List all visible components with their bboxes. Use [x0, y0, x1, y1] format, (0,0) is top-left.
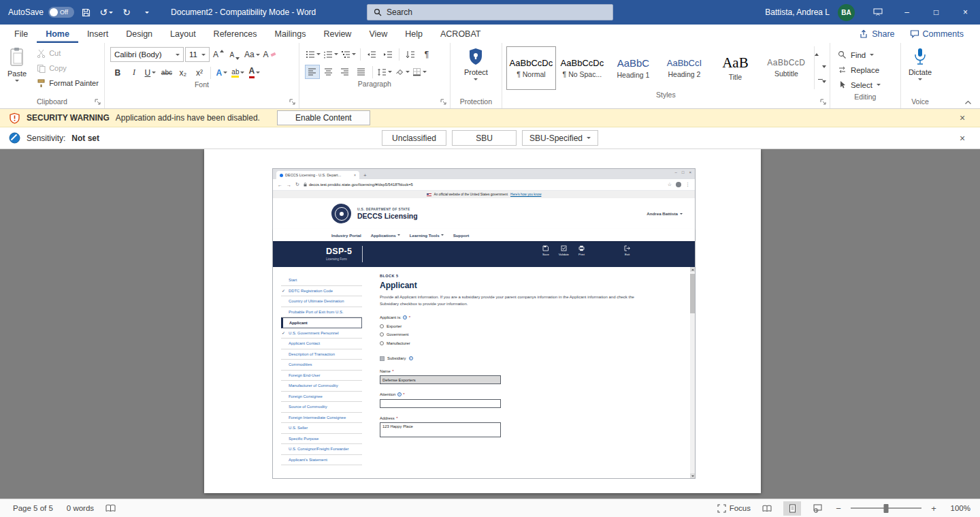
customize-qat-button[interactable]: [138, 3, 156, 21]
style-normal[interactable]: AaBbCcDc ¶ Normal: [506, 46, 556, 90]
shading-button[interactable]: [394, 65, 410, 79]
sidebar-item-country-destination: Country of Ultimate Destination: [281, 296, 362, 307]
align-center-button[interactable]: [321, 65, 336, 79]
find-button[interactable]: Find: [838, 48, 893, 62]
zoom-in-button[interactable]: +: [929, 503, 938, 514]
bold-button[interactable]: B: [110, 65, 125, 80]
line-spacing-button[interactable]: [376, 65, 393, 79]
cut-button[interactable]: Cut: [33, 46, 102, 61]
paragraph-dialog-launcher-icon[interactable]: [440, 99, 447, 106]
save-button[interactable]: [77, 3, 95, 21]
enable-content-button[interactable]: Enable Content: [277, 110, 370, 125]
italic-button[interactable]: I: [127, 65, 142, 80]
close-sensitivity-icon[interactable]: ×: [953, 133, 971, 144]
search-box[interactable]: [367, 4, 613, 20]
tab-design[interactable]: Design: [117, 25, 161, 43]
autosave-toggle[interactable]: AutoSave Off: [8, 7, 74, 18]
document-page[interactable]: DECCS Licensing - U.S. Depart... × + – □…: [204, 149, 761, 493]
justify-button[interactable]: [354, 65, 369, 79]
grow-font-button[interactable]: A: [211, 48, 226, 62]
numbering-button[interactable]: [323, 47, 339, 61]
font-color-button[interactable]: A: [247, 65, 262, 80]
font-name-select[interactable]: Calibri (Body): [110, 47, 184, 62]
tab-review[interactable]: Review: [314, 25, 360, 43]
styles-gallery-more-button[interactable]: [815, 75, 826, 89]
copy-button[interactable]: Copy: [33, 61, 102, 76]
sensitivity-sbu-specified-button[interactable]: SBU-Specified: [522, 130, 598, 146]
print-layout-button[interactable]: [783, 501, 801, 516]
style-heading1[interactable]: AaBbC Heading 1: [608, 46, 658, 90]
tab-layout[interactable]: Layout: [161, 25, 205, 43]
strikethrough-button[interactable]: abc: [159, 65, 174, 80]
select-button[interactable]: Select: [838, 78, 893, 92]
paste-button[interactable]: Paste: [2, 44, 32, 82]
proofing-status[interactable]: [101, 504, 120, 512]
collapse-ribbon-button[interactable]: [964, 100, 972, 105]
sensitivity-unclassified-button[interactable]: Unclassified: [382, 130, 446, 146]
zoom-slider[interactable]: [851, 507, 921, 509]
multilevel-list-button[interactable]: [340, 47, 357, 61]
word-count[interactable]: 0 words: [61, 504, 100, 512]
tab-help[interactable]: Help: [396, 25, 431, 43]
style-title[interactable]: AaB Title: [710, 46, 760, 90]
comments-button[interactable]: Comments: [904, 29, 969, 39]
change-case-button[interactable]: Aa: [244, 48, 261, 62]
zoom-slider-thumb[interactable]: [884, 504, 889, 513]
format-painter-button[interactable]: Format Painter: [33, 76, 102, 91]
sort-button[interactable]: [403, 47, 418, 61]
autosave-switch[interactable]: Off: [48, 7, 74, 18]
tab-acrobat[interactable]: ACROBAT: [431, 25, 490, 43]
share-button[interactable]: Share: [853, 29, 900, 39]
document-canvas[interactable]: DECCS Licensing - U.S. Depart... × + – □…: [0, 149, 980, 499]
undo-button[interactable]: ↺: [97, 3, 115, 21]
search-input[interactable]: [387, 7, 606, 17]
increase-indent-button[interactable]: [380, 47, 395, 61]
tab-home[interactable]: Home: [37, 25, 78, 43]
maximize-button[interactable]: □: [921, 0, 951, 25]
font-dialog-launcher-icon[interactable]: [289, 99, 296, 106]
read-mode-button[interactable]: [758, 501, 776, 516]
protect-button[interactable]: Protect: [459, 44, 493, 80]
page-indicator[interactable]: Page 5 of 5: [7, 504, 59, 512]
close-button[interactable]: ×: [951, 0, 980, 25]
tab-file[interactable]: File: [5, 25, 37, 43]
tab-insert[interactable]: Insert: [78, 25, 117, 43]
undo-caret-icon: [109, 12, 113, 14]
tab-view[interactable]: View: [360, 25, 396, 43]
shrink-font-button[interactable]: A: [227, 48, 242, 62]
styles-scroll-up-button[interactable]: [815, 46, 826, 61]
close-warning-icon[interactable]: ×: [953, 112, 971, 123]
highlight-color-button[interactable]: ab: [231, 65, 246, 80]
superscript-button[interactable]: x²: [192, 65, 207, 80]
text-effects-button[interactable]: A: [214, 65, 229, 80]
minimize-button[interactable]: –: [892, 0, 921, 25]
sensitivity-sbu-button[interactable]: SBU: [452, 130, 517, 146]
styles-scroll-down-button[interactable]: [815, 61, 826, 75]
zoom-level[interactable]: 100%: [946, 504, 970, 512]
dictate-button[interactable]: Dictate: [903, 44, 937, 80]
style-subtitle[interactable]: AaBbCcD Subtitle: [762, 46, 811, 90]
style-no-spacing[interactable]: AaBbCcDc ¶ No Spac...: [557, 46, 607, 90]
redo-button[interactable]: ↻: [118, 3, 135, 21]
tab-references[interactable]: References: [205, 25, 266, 43]
zoom-out-button[interactable]: −: [834, 503, 843, 514]
ribbon-display-options-button[interactable]: [863, 0, 892, 25]
bullets-button[interactable]: [305, 47, 321, 61]
clear-formatting-button[interactable]: A: [262, 48, 277, 62]
tab-mailings[interactable]: Mailings: [266, 25, 315, 43]
avatar[interactable]: BA: [838, 4, 855, 21]
focus-button[interactable]: Focus: [717, 504, 751, 513]
web-layout-button[interactable]: [808, 501, 826, 516]
underline-button[interactable]: U: [143, 65, 158, 80]
style-heading2[interactable]: AaBbCcI Heading 2: [659, 46, 709, 90]
borders-button[interactable]: [412, 65, 427, 79]
show-formatting-button[interactable]: ¶: [419, 47, 434, 61]
styles-dialog-launcher-icon[interactable]: [820, 99, 827, 106]
font-size-select[interactable]: 11: [185, 47, 210, 62]
clipboard-dialog-launcher-icon[interactable]: [95, 99, 101, 106]
align-right-button[interactable]: [338, 65, 353, 79]
replace-button[interactable]: Replace: [838, 63, 893, 77]
decrease-indent-button[interactable]: [364, 47, 379, 61]
align-left-button[interactable]: [305, 65, 320, 79]
subscript-button[interactable]: x₂: [176, 65, 191, 80]
